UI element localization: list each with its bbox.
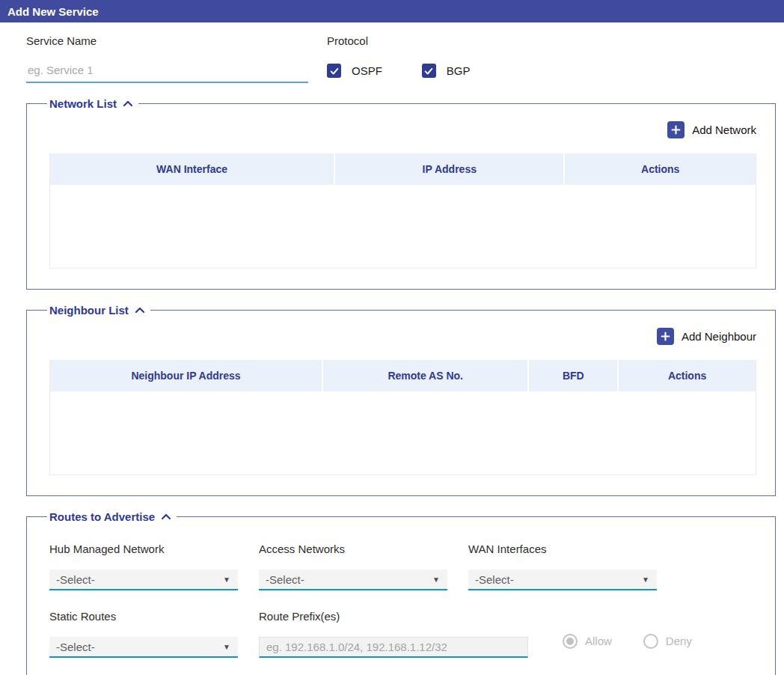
- network-col-actions: Actions: [563, 153, 755, 185]
- add-network-button-label: Add Network: [692, 123, 756, 136]
- bgp-checkbox-label: BGP: [447, 64, 471, 77]
- radio-unselected-icon: [643, 634, 658, 649]
- ospf-checkbox[interactable]: OSPF: [327, 64, 382, 78]
- network-list-legend-text: Network List: [49, 97, 117, 110]
- hub-managed-network-select-value: -Select-: [56, 573, 95, 586]
- bgp-checkbox[interactable]: BGP: [422, 64, 471, 78]
- route-prefixes-input[interactable]: [259, 637, 528, 658]
- neighbour-col-actions: Actions: [617, 360, 756, 391]
- protocol-block: Protocol OSPF BGP: [327, 34, 471, 83]
- network-col-ip-address: IP Address: [334, 153, 563, 185]
- page-title: Add New Service: [7, 5, 99, 18]
- hub-managed-network-select[interactable]: -Select- ▼: [49, 569, 238, 590]
- route-prefixes-field: Route Prefix(es): [259, 590, 528, 658]
- routes-row-2: Static Routes -Select- ▼ Route Prefix(es…: [49, 590, 753, 658]
- caret-down-icon: ▼: [642, 575, 649, 584]
- service-name-input[interactable]: [26, 59, 308, 83]
- neighbour-col-ip-address: Neighbour IP Address: [50, 360, 322, 391]
- neighbour-list-legend[interactable]: Neighbour List: [47, 304, 150, 317]
- network-table: WAN Interface IP Address Actions: [49, 153, 756, 269]
- ospf-checkbox-label: OSPF: [352, 64, 382, 77]
- caret-down-icon: ▼: [432, 575, 440, 584]
- wan-interfaces-select-value: -Select-: [475, 573, 514, 586]
- network-list-legend[interactable]: Network List: [47, 97, 138, 110]
- static-routes-select[interactable]: -Select- ▼: [49, 637, 238, 658]
- plus-icon: [667, 121, 685, 138]
- wan-interfaces-select[interactable]: -Select- ▼: [468, 569, 657, 590]
- chevron-up-icon[interactable]: [161, 513, 171, 521]
- hub-managed-network-label: Hub Managed Network: [49, 543, 238, 555]
- neighbour-table-body: [50, 391, 756, 474]
- caret-down-icon: ▼: [223, 643, 230, 651]
- neighbour-list-section: Neighbour List Add Neighbour Neighbour I…: [26, 304, 776, 496]
- form-content: Service Name Protocol OSPF BGP: [0, 34, 784, 675]
- hub-managed-network-field: Hub Managed Network -Select- ▼: [49, 523, 238, 590]
- checkmark-icon: [327, 64, 341, 78]
- service-name-label: Service Name: [26, 34, 308, 47]
- checkmark-icon: [422, 64, 436, 78]
- chevron-up-icon[interactable]: [123, 100, 133, 108]
- plus-icon: [657, 328, 674, 345]
- chevron-up-icon[interactable]: [135, 306, 145, 314]
- static-routes-field: Static Routes -Select- ▼: [49, 590, 238, 658]
- neighbour-col-bfd: BFD: [527, 360, 617, 391]
- deny-radio-label: Deny: [666, 635, 692, 647]
- neighbour-table-header: Neighbour IP Address Remote AS No. BFD A…: [50, 360, 756, 391]
- dialog-header: Add New Service: [0, 0, 784, 22]
- add-neighbour-button[interactable]: Add Neighbour: [49, 328, 756, 345]
- access-networks-label: Access Networks: [259, 543, 447, 555]
- caret-down-icon: ▼: [223, 575, 230, 584]
- neighbour-table: Neighbour IP Address Remote AS No. BFD A…: [49, 360, 756, 475]
- access-networks-field: Access Networks -Select- ▼: [259, 523, 447, 590]
- access-networks-select[interactable]: -Select- ▼: [259, 569, 447, 590]
- allow-radio[interactable]: Allow: [563, 634, 612, 649]
- network-table-header: WAN Interface IP Address Actions: [50, 153, 756, 185]
- network-col-wan-interface: WAN Interface: [50, 153, 334, 185]
- static-routes-select-value: -Select-: [56, 641, 95, 653]
- route-prefixes-label: Route Prefix(es): [259, 610, 528, 623]
- protocol-options: OSPF BGP: [327, 64, 471, 78]
- neighbour-col-remote-as: Remote AS No.: [322, 360, 527, 391]
- static-routes-label: Static Routes: [49, 610, 238, 623]
- routes-row-1: Hub Managed Network -Select- ▼ Access Ne…: [49, 523, 753, 590]
- allow-deny-radio-group: Allow Deny: [563, 624, 692, 658]
- service-name-field: Service Name: [26, 34, 308, 83]
- top-row: Service Name Protocol OSPF BGP: [26, 34, 776, 83]
- network-list-section: Network List Add Network WAN Interface I…: [26, 97, 776, 290]
- access-networks-select-value: -Select-: [266, 573, 304, 586]
- routes-to-advertise-section: Routes to Advertise Hub Managed Network …: [26, 510, 776, 675]
- network-table-body: [50, 185, 756, 268]
- routes-legend[interactable]: Routes to Advertise: [47, 510, 177, 523]
- wan-interfaces-label: WAN Interfaces: [468, 543, 657, 555]
- add-neighbour-button-label: Add Neighbour: [682, 330, 756, 343]
- add-network-button[interactable]: Add Network: [49, 121, 756, 138]
- routes-legend-text: Routes to Advertise: [49, 510, 155, 523]
- radio-selected-icon: [563, 634, 578, 649]
- allow-radio-label: Allow: [585, 635, 612, 647]
- wan-interfaces-field: WAN Interfaces -Select- ▼: [468, 523, 657, 590]
- routes-bottom-padding: [49, 658, 753, 675]
- deny-radio[interactable]: Deny: [643, 634, 692, 649]
- neighbour-list-legend-text: Neighbour List: [49, 304, 129, 317]
- protocol-label: Protocol: [327, 34, 471, 47]
